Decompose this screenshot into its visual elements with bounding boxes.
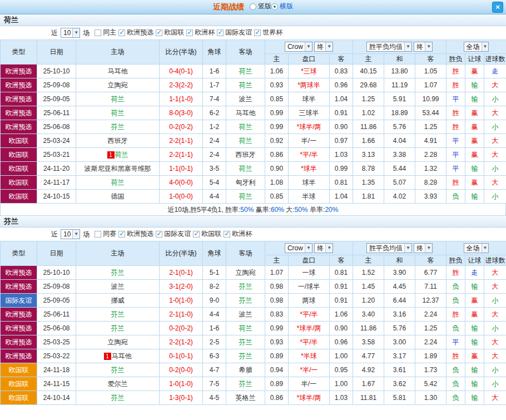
recent-count-select[interactable]: 10▼ bbox=[61, 28, 80, 38]
filter-checkbox[interactable]: 欧国联 bbox=[193, 229, 221, 239]
match-row: 欧洲预选25-06-11芬兰2-1(1-0)4-4波兰0.83*平/半1.063… bbox=[1, 308, 506, 322]
corners-cell: 1-2 bbox=[203, 120, 226, 134]
match-row: 欧洲预选25-06-08芬兰0-2(0-2)1-6荷兰0.99*球半/两0.90… bbox=[1, 322, 506, 335]
filter-checkbox[interactable]: 欧洲杯 bbox=[224, 229, 252, 239]
away-odds-cell: 0.81 bbox=[330, 266, 353, 280]
date-cell: 24-10-14 bbox=[37, 391, 76, 405]
score-cell: 0-1(0-1) bbox=[160, 349, 203, 363]
score-cell: 2-2(1-2) bbox=[160, 335, 203, 349]
rank-badge: 1 bbox=[104, 353, 111, 360]
avg-home-cell: 11.81 bbox=[353, 391, 384, 405]
avg-home-cell: 8.78 bbox=[353, 162, 384, 176]
result-handicap-cell: 输 bbox=[465, 391, 484, 405]
league-cell: 欧洲预选 bbox=[1, 335, 37, 349]
avg-home-cell: 1.52 bbox=[353, 266, 384, 280]
date-cell: 24-11-15 bbox=[37, 377, 76, 391]
handicap-cell: *球半/两 bbox=[289, 120, 330, 134]
avg-select[interactable]: 胜平负均值▼ bbox=[366, 243, 412, 253]
final-avg-select[interactable]: 终▼ bbox=[414, 42, 433, 52]
home-team-cell: 马耳他 bbox=[76, 65, 160, 78]
filter-checkbox[interactable]: 国际友谊 bbox=[217, 28, 252, 37]
filter-checkbox[interactable]: 世界杯 bbox=[254, 28, 282, 37]
away-team-name: 芬兰 bbox=[239, 297, 252, 304]
avg-home-cell: 3.40 bbox=[353, 308, 384, 322]
summary-text: 单率: bbox=[308, 206, 325, 214]
score-cell: 2-1(1-0) bbox=[160, 308, 203, 322]
date-cell: 25-03-25 bbox=[37, 335, 76, 349]
date-cell: 25-03-24 bbox=[37, 134, 76, 148]
avg-away-cell: 2.28 bbox=[415, 148, 447, 162]
sub-home-odds: 主 bbox=[265, 255, 289, 266]
league-cell: 欧国联 bbox=[1, 363, 37, 377]
filter-checkbox[interactable]: 同赛 bbox=[95, 229, 116, 239]
checkbox-label: 国际友谊 bbox=[225, 28, 252, 37]
games-label: 场 bbox=[83, 230, 90, 239]
result-wdl-cell: 平 bbox=[447, 148, 465, 162]
filter-checkbox[interactable]: 欧洲预选 bbox=[118, 28, 153, 37]
match-row: 国际友谊25-09-05挪威1-0(1-0)9-0芬兰0.98两球0.911.2… bbox=[1, 294, 506, 308]
league-cell: 欧国联 bbox=[1, 148, 37, 162]
avg-draw-cell: 6.44 bbox=[384, 294, 415, 308]
avg-away-cell: 1.89 bbox=[415, 349, 447, 363]
radio-label: 横版 bbox=[280, 2, 293, 11]
home-team-cell: 德国 bbox=[76, 190, 160, 204]
corners-cell: 4-7 bbox=[203, 363, 226, 377]
home-team-name: 立陶宛 bbox=[108, 81, 128, 89]
away-team-name: 荷兰 bbox=[239, 81, 252, 89]
filter-checkbox[interactable]: 同主 bbox=[95, 28, 116, 37]
layout-radio[interactable]: 竖版 bbox=[250, 2, 271, 11]
result-goals-cell: 走 bbox=[484, 65, 506, 78]
home-team-cell: 西班牙 bbox=[76, 134, 160, 148]
sub-avg-home: 主 bbox=[353, 54, 384, 65]
result-goals-cell: 大 bbox=[484, 280, 506, 294]
final-avg-select[interactable]: 终▼ bbox=[414, 243, 433, 253]
sub-avg-home: 主 bbox=[353, 255, 384, 266]
fulltime-select[interactable]: 全场▼ bbox=[464, 243, 489, 253]
avg-away-cell: 2.24 bbox=[415, 335, 447, 349]
away-team-name: 波兰 bbox=[239, 95, 252, 103]
date-cell: 24-11-20 bbox=[37, 162, 76, 176]
result-goals-cell: 小 bbox=[484, 377, 506, 391]
league-cell: 欧洲预选 bbox=[1, 308, 37, 322]
home-odds-cell: 0.85 bbox=[265, 190, 289, 204]
avg-away-cell: 10.99 bbox=[415, 92, 447, 106]
avg-select[interactable]: 胜平负均值▼ bbox=[366, 42, 412, 52]
home-odds-cell: 0.90 bbox=[265, 162, 289, 176]
home-team-name: 荷兰 bbox=[111, 179, 125, 186]
recent-count-select[interactable]: 10▼ bbox=[61, 229, 80, 239]
filter-checkbox[interactable]: 国际友谊 bbox=[156, 229, 191, 239]
away-team-cell: 立陶宛 bbox=[226, 266, 265, 280]
avg-home-cell: 1.45 bbox=[353, 280, 384, 294]
home-team-name: 芬兰 bbox=[111, 269, 125, 276]
checkbox-label: 欧国联 bbox=[164, 28, 184, 37]
filter-checkbox[interactable]: 欧国联 bbox=[156, 28, 184, 37]
avg-draw-cell: 5.44 bbox=[384, 162, 415, 176]
filter-checkbox[interactable]: 欧洲杯 bbox=[186, 28, 215, 37]
close-button[interactable]: × bbox=[492, 2, 503, 13]
home-team-name: 芬兰 bbox=[111, 366, 125, 374]
date-cell: 25-03-21 bbox=[37, 148, 76, 162]
match-row: 欧洲预选25-09-08波兰3-1(2-0)8-2芬兰0.98一/球半0.911… bbox=[1, 280, 506, 294]
final-odds-select[interactable]: 终▼ bbox=[314, 42, 333, 52]
result-handicap-cell: 赢 bbox=[465, 176, 484, 190]
layout-radio[interactable]: 横版 bbox=[271, 2, 293, 11]
sub-home-odds: 主 bbox=[265, 54, 289, 65]
near-label: 近 bbox=[51, 28, 58, 38]
league-cell: 欧国联 bbox=[1, 377, 37, 391]
final-odds-select[interactable]: 终▼ bbox=[314, 243, 333, 253]
fulltime-select[interactable]: 全场▼ bbox=[464, 42, 489, 52]
avg-header: 胜平负均值▼ 终▼ bbox=[353, 241, 447, 255]
avg-away-cell: 7.11 bbox=[415, 280, 447, 294]
home-odds-cell: 0.86 bbox=[265, 391, 289, 405]
home-odds-cell: 0.99 bbox=[265, 120, 289, 134]
result-goals-cell: 小 bbox=[484, 162, 506, 176]
filter-checkbox[interactable]: 欧洲预选 bbox=[118, 229, 153, 239]
avg-home-cell: 1.20 bbox=[353, 294, 384, 308]
bookmaker-select[interactable]: Crow▼ bbox=[285, 243, 312, 253]
result-wdl-cell: 负 bbox=[447, 294, 465, 308]
home-team-name: 马耳他 bbox=[108, 67, 128, 75]
home-team-cell: 荷兰 bbox=[76, 92, 160, 106]
away-odds-cell: 1.03 bbox=[330, 148, 353, 162]
home-team-name: 芬兰 bbox=[111, 394, 125, 402]
bookmaker-select[interactable]: Crow▼ bbox=[285, 42, 312, 52]
